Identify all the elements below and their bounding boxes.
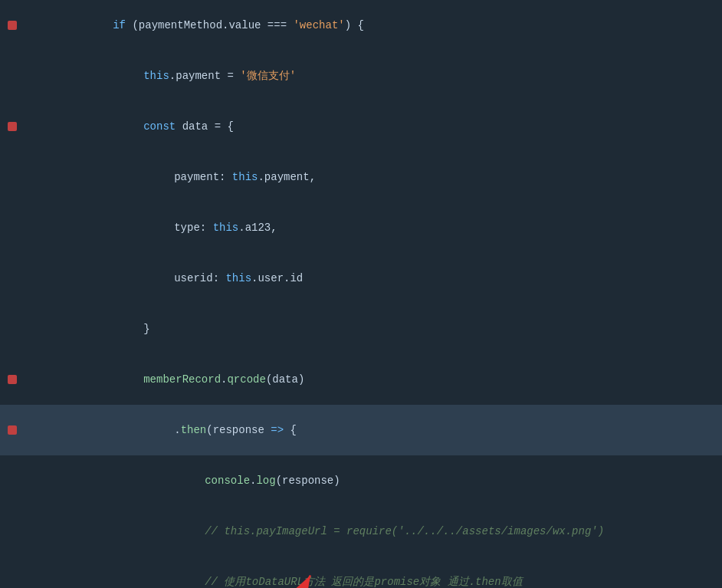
code-line-8: memberRecord.qrcode(data): [0, 354, 722, 405]
line-content-12: // 使用toDataURL方法 返回的是promise对象 通过.then取值: [25, 557, 722, 588]
line-content-2: this.payment = '微信支付': [25, 51, 722, 101]
line-content-10: console.log(response): [25, 455, 722, 506]
code-line-5: type: this.a123,: [0, 202, 722, 253]
code-line-6: userid: this.user.id: [0, 253, 722, 304]
gutter-3: [0, 101, 25, 152]
line-content-7: }: [25, 304, 722, 354]
gutter-8: [0, 354, 25, 405]
code-line-3: const data = {: [0, 101, 722, 152]
code-line-7: }: [0, 304, 722, 354]
line-content-6: userid: this.user.id: [25, 253, 722, 304]
line-content-11: // this.payImageUrl = require('../../../…: [25, 506, 722, 557]
code-line-9: .then(response => {: [0, 405, 722, 455]
gutter-9: [0, 405, 25, 455]
gutter-1: [0, 0, 25, 51]
line-content-5: type: this.a123,: [25, 202, 722, 253]
line-content-1: if (paymentMethod.value === 'wechat') {: [25, 0, 722, 51]
code-line-2: this.payment = '微信支付': [0, 51, 722, 101]
line-content-3: const data = {: [25, 101, 722, 152]
code-editor: if (paymentMethod.value === 'wechat') { …: [0, 0, 722, 588]
code-line-10: console.log(response): [0, 455, 722, 506]
line-content-8: memberRecord.qrcode(data): [25, 354, 722, 405]
line-content-4: payment: this.payment,: [25, 152, 722, 202]
code-line-1: if (paymentMethod.value === 'wechat') {: [0, 0, 722, 51]
code-line-4: payment: this.payment,: [0, 152, 722, 202]
code-line-12: // 使用toDataURL方法 返回的是promise对象 通过.then取值: [0, 557, 722, 588]
line-content-9: .then(response => {: [25, 405, 722, 455]
code-line-11: // this.payImageUrl = require('../../../…: [0, 506, 722, 557]
